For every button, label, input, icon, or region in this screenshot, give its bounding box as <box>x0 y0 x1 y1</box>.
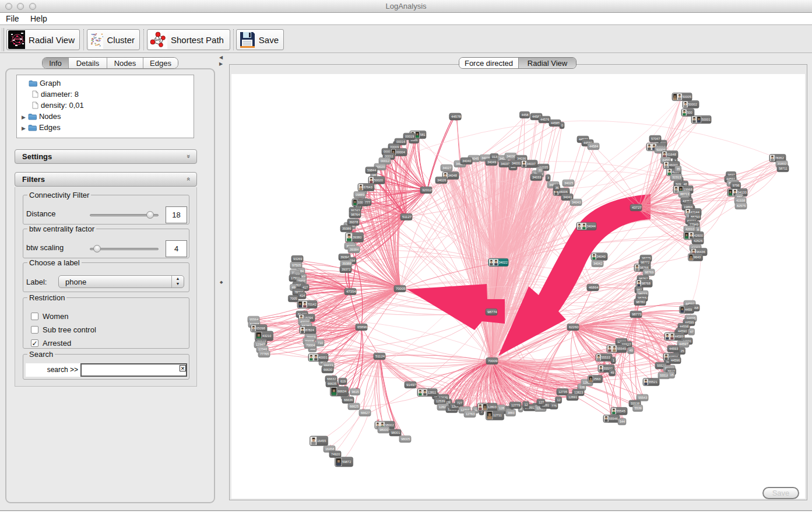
svg-text:43727: 43727 <box>632 206 642 209</box>
svg-text:34043: 34043 <box>572 201 581 204</box>
svg-text:36: 36 <box>556 186 559 190</box>
svg-text:49: 49 <box>630 349 633 352</box>
svg-text:51124: 51124 <box>375 355 385 358</box>
svg-text:3883: 3883 <box>507 411 514 415</box>
svg-text:0: 0 <box>561 124 563 127</box>
svg-text:49: 49 <box>611 371 614 374</box>
svg-text:91497: 91497 <box>406 383 416 387</box>
svg-text:128: 128 <box>499 406 504 410</box>
svg-text:39388: 39388 <box>342 262 351 265</box>
svg-text:44578: 44578 <box>451 115 461 118</box>
svg-text:98001: 98001 <box>391 431 400 434</box>
svg-text:97505: 97505 <box>292 264 301 267</box>
svg-text:55533: 55533 <box>601 356 610 359</box>
svg-text:59844: 59844 <box>367 169 376 172</box>
svg-text:44585: 44585 <box>551 121 560 125</box>
svg-text:47354: 47354 <box>346 290 356 293</box>
svg-text:9615: 9615 <box>351 390 358 394</box>
svg-text:16458: 16458 <box>325 447 334 451</box>
svg-text:32313: 32313 <box>672 176 681 179</box>
svg-text:39384: 39384 <box>350 248 358 251</box>
svg-text:31: 31 <box>539 169 542 172</box>
svg-text:47: 47 <box>690 330 694 334</box>
svg-text:5539: 5539 <box>634 406 641 410</box>
svg-text:62260: 62260 <box>569 325 579 329</box>
svg-text:44576: 44576 <box>540 118 549 121</box>
svg-text:1: 1 <box>613 359 614 362</box>
svg-text:98768: 98768 <box>641 282 650 285</box>
svg-text:39386: 39386 <box>342 227 351 230</box>
svg-text:41938: 41938 <box>736 199 745 202</box>
svg-text:96436: 96436 <box>696 250 705 254</box>
svg-text:42010: 42010 <box>686 227 694 231</box>
svg-text:19866: 19866 <box>684 205 693 209</box>
svg-text:44596: 44596 <box>671 359 680 362</box>
svg-text:013: 013 <box>492 155 497 159</box>
svg-text:34048: 34048 <box>448 174 456 177</box>
svg-text:66627: 66627 <box>361 411 370 415</box>
svg-text:00019: 00019 <box>405 135 414 138</box>
svg-text:98000: 98000 <box>379 428 388 432</box>
svg-text:74920: 74920 <box>331 453 340 456</box>
svg-text:12539: 12539 <box>436 399 445 403</box>
svg-text:34049: 34049 <box>487 160 496 164</box>
svg-text:12811: 12811 <box>427 391 436 394</box>
svg-text:98773: 98773 <box>632 313 642 316</box>
svg-text:61648: 61648 <box>667 153 676 156</box>
svg-text:44593: 44593 <box>669 347 678 350</box>
svg-text:32312: 32312 <box>422 188 432 192</box>
svg-text:15: 15 <box>670 373 674 377</box>
svg-text:42600: 42600 <box>694 234 702 237</box>
svg-text:50005: 50005 <box>682 95 691 99</box>
svg-text:66634: 66634 <box>338 390 346 393</box>
svg-text:12779: 12779 <box>511 404 520 407</box>
svg-text:39380: 39380 <box>353 236 361 239</box>
svg-text:39372: 39372 <box>342 268 350 271</box>
svg-text:12711: 12711 <box>493 413 502 417</box>
svg-text:25: 25 <box>681 349 684 353</box>
svg-text:44584: 44584 <box>589 145 598 148</box>
svg-text:4458: 4458 <box>521 113 528 117</box>
svg-text:55545: 55545 <box>616 409 625 413</box>
svg-text:50001: 50001 <box>701 118 710 121</box>
svg-text:50002: 50002 <box>688 103 697 106</box>
svg-text:98780: 98780 <box>636 300 645 304</box>
svg-text:44597: 44597 <box>679 342 688 346</box>
svg-text:4459: 4459 <box>685 308 692 311</box>
svg-text:8: 8 <box>697 228 699 232</box>
svg-text:16455: 16455 <box>317 439 326 443</box>
svg-text:57047: 57047 <box>651 137 660 141</box>
svg-text:34040: 34040 <box>462 159 471 163</box>
svg-text:581: 581 <box>420 133 425 136</box>
svg-text:9796: 9796 <box>732 184 739 187</box>
svg-text:65896: 65896 <box>357 325 367 329</box>
svg-text:12: 12 <box>557 398 561 402</box>
svg-text:46864: 46864 <box>589 286 599 289</box>
svg-text:12803: 12803 <box>487 405 496 409</box>
svg-text:00016: 00016 <box>396 140 405 143</box>
svg-text:98764: 98764 <box>351 213 360 216</box>
svg-text:414: 414 <box>300 294 305 297</box>
svg-text:09889: 09889 <box>356 193 364 197</box>
svg-text:544: 544 <box>620 420 625 423</box>
svg-text:77765: 77765 <box>260 352 269 356</box>
svg-text:66635: 66635 <box>328 382 336 385</box>
svg-text:619: 619 <box>340 380 346 383</box>
svg-text:727: 727 <box>457 401 462 405</box>
svg-text:66625: 66625 <box>350 405 358 408</box>
svg-text:12691: 12691 <box>568 395 577 399</box>
svg-text:98774: 98774 <box>487 310 497 314</box>
svg-text:65098: 65098 <box>256 327 265 330</box>
svg-text:39378: 39378 <box>349 220 358 224</box>
svg-text:500: 500 <box>687 111 692 114</box>
svg-text:70142: 70142 <box>307 303 316 306</box>
svg-text:34044: 34044 <box>586 225 595 228</box>
svg-text:66636: 66636 <box>344 398 353 402</box>
svg-text:55521: 55521 <box>648 380 657 384</box>
svg-text:55516: 55516 <box>660 374 669 377</box>
svg-text:34026: 34026 <box>437 178 446 182</box>
svg-text:34037: 34037 <box>526 162 535 166</box>
svg-text:67643: 67643 <box>363 185 372 189</box>
svg-text:82575: 82575 <box>737 204 746 208</box>
svg-text:70004: 70004 <box>306 343 315 347</box>
